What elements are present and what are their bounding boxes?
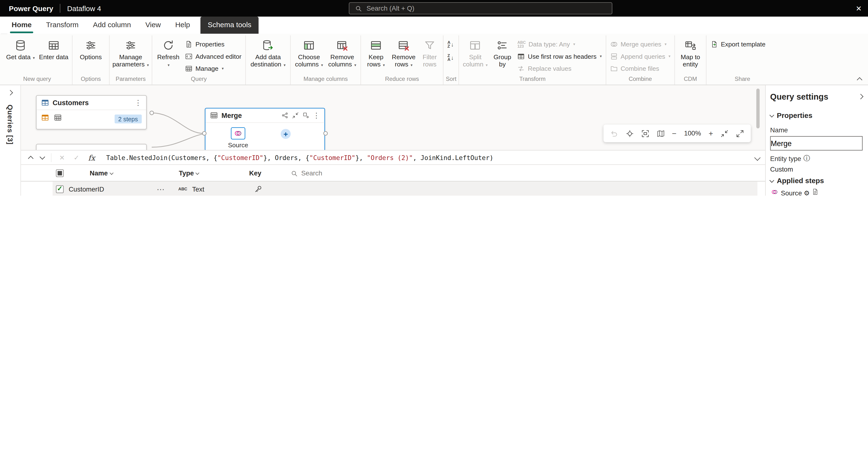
column-header-type[interactable]: Type xyxy=(179,165,199,182)
column-header-key[interactable]: Key xyxy=(249,165,261,182)
manage-button[interactable]: Manage ▾ xyxy=(183,64,243,73)
cancel-formula-icon[interactable]: ✕ xyxy=(59,154,65,161)
tab-help[interactable]: Help xyxy=(168,17,197,34)
tab-schema-tools[interactable]: Schema tools xyxy=(200,17,258,34)
replace-values-button[interactable]: Replace values xyxy=(516,64,603,73)
split-column-button[interactable]: Split column ▾ xyxy=(461,37,489,70)
combine-files-button[interactable]: Combine files xyxy=(609,64,672,73)
tab-view[interactable]: View xyxy=(138,17,168,34)
tab-home[interactable]: Home xyxy=(4,17,39,34)
tab-add-column[interactable]: Add column xyxy=(86,17,138,34)
minimap-icon[interactable] xyxy=(656,129,664,137)
remove-rows-button[interactable]: Remove rows ▾ xyxy=(390,37,417,70)
table-icon xyxy=(48,39,60,52)
database-icon xyxy=(14,39,27,52)
commit-formula-icon[interactable]: ✓ xyxy=(74,154,79,161)
group-caption: Reduce rows xyxy=(363,74,441,84)
query-node-partial[interactable] xyxy=(36,144,147,150)
table-row[interactable]: CustomerID ⋯ ABC Text xyxy=(53,182,757,196)
share-flow-icon[interactable] xyxy=(281,111,288,119)
steps-count-badge[interactable]: 2 steps xyxy=(114,115,142,124)
append-queries-button[interactable]: Append queries ▾ xyxy=(609,52,672,61)
center-column: Customers ⋮ 2 steps Merge xyxy=(21,85,765,196)
sort-descending-button[interactable]: ZA ↓ xyxy=(446,53,455,62)
global-search-input[interactable] xyxy=(367,4,606,12)
properties-button[interactable]: Properties xyxy=(183,39,243,49)
properties-icon xyxy=(185,40,193,48)
applied-steps-section-header[interactable]: Applied steps xyxy=(770,173,863,188)
kebab-menu-icon[interactable]: ⋮ xyxy=(134,99,142,106)
info-icon[interactable]: ⓘ xyxy=(803,154,810,163)
source-step-chip[interactable] xyxy=(231,127,245,139)
row-ellipsis[interactable]: ⋯ xyxy=(157,182,164,196)
add-data-destination-button[interactable]: Add data destination ▾ xyxy=(248,37,288,70)
merge-icon xyxy=(610,40,618,48)
data-type-icon: ABC123 xyxy=(518,40,526,48)
map-to-entity-button[interactable]: Map to entity xyxy=(677,37,704,69)
grid-search[interactable] xyxy=(290,165,362,182)
document-name: Dataflow 4 xyxy=(67,4,101,12)
query-node-merge[interactable]: Merge ⋮ Source + xyxy=(205,108,325,150)
add-step-button[interactable]: + xyxy=(281,129,290,139)
fit-to-screen-icon[interactable] xyxy=(641,129,649,137)
options-button[interactable]: Options xyxy=(75,37,107,62)
expand-all-icon[interactable] xyxy=(736,129,744,137)
sort-za-icon: ZA xyxy=(447,54,450,62)
refresh-button[interactable]: Refresh ▾ xyxy=(155,37,182,69)
use-first-row-button[interactable]: Use first row as headers ▾ xyxy=(516,52,603,61)
queries-pane-title[interactable]: Queries [3] xyxy=(6,105,14,144)
keep-rows-button[interactable]: Keep rows ▾ xyxy=(363,37,389,70)
table-icon xyxy=(210,111,218,119)
properties-section-header[interactable]: Properties xyxy=(770,108,863,123)
previous-step-icon[interactable] xyxy=(28,156,33,161)
kebab-menu-icon[interactable]: ⋮ xyxy=(313,111,320,119)
formula-input[interactable]: Table.NestedJoin(Customers, {"CustomerID… xyxy=(103,154,765,161)
step-settings-gear-icon[interactable]: ⚙ xyxy=(804,189,810,196)
step-script-icon[interactable] xyxy=(812,188,819,195)
ribbon-collapse-icon[interactable] xyxy=(858,76,863,81)
enter-data-button[interactable]: Enter data xyxy=(37,37,70,62)
applied-step-source[interactable]: Source ⚙ xyxy=(770,188,863,196)
diagram-canvas[interactable]: Customers ⋮ 2 steps Merge xyxy=(21,85,765,150)
sort-ascending-button[interactable]: AZ ↓ xyxy=(446,39,455,49)
ribbon-group-query: Refresh ▾ Properties Advanced editor Man… xyxy=(152,35,246,85)
remove-columns-button[interactable]: Remove columns ▾ xyxy=(326,37,358,70)
collapse-node-icon[interactable] xyxy=(292,111,299,119)
row-checkbox[interactable] xyxy=(56,185,64,193)
center-view-icon[interactable] xyxy=(625,129,634,137)
choose-columns-button[interactable]: Choose columns ▾ xyxy=(293,37,325,70)
advanced-editor-button[interactable]: Advanced editor xyxy=(183,52,243,61)
power-query-app: Power Query Dataflow 4 ✕ Home Transform … xyxy=(0,0,868,196)
undo-icon[interactable] xyxy=(610,129,618,137)
manage-parameters-button[interactable]: Manage parameters ▾ xyxy=(112,37,149,70)
tab-transform[interactable]: Transform xyxy=(39,17,86,34)
query-name-input[interactable] xyxy=(770,136,863,151)
app-name: Power Query xyxy=(9,4,53,12)
grid-header: Name Type Key xyxy=(21,165,765,182)
zoom-level[interactable]: 100% xyxy=(684,129,702,137)
grid-search-input[interactable] xyxy=(301,169,362,177)
related-queries-icon[interactable] xyxy=(302,111,310,119)
collapse-all-icon[interactable] xyxy=(720,129,728,137)
export-template-button[interactable]: Export template xyxy=(709,39,776,49)
group-caption: Query xyxy=(155,74,243,84)
query-node-customers[interactable]: Customers ⋮ 2 steps xyxy=(36,95,147,130)
close-icon[interactable]: ✕ xyxy=(849,0,868,17)
next-step-icon[interactable] xyxy=(40,154,45,159)
data-type-button[interactable]: ABC123 Data type: Any ▾ xyxy=(516,39,603,49)
canvas-scrollbar[interactable] xyxy=(756,89,760,129)
group-by-button[interactable]: Group by xyxy=(490,37,515,69)
table-icon xyxy=(41,98,49,106)
zoom-in-icon[interactable]: + xyxy=(709,129,713,137)
filter-rows-button[interactable]: Filter rows xyxy=(419,37,441,69)
column-header-name[interactable]: Name xyxy=(90,165,113,182)
get-data-button[interactable]: Get data ▾ xyxy=(4,37,36,63)
collapse-panel-icon[interactable] xyxy=(858,94,863,99)
merge-queries-button[interactable]: Merge queries ▾ xyxy=(609,39,672,49)
step-label: Source xyxy=(216,142,260,149)
expand-queries-icon[interactable] xyxy=(7,90,13,96)
zoom-out-icon[interactable]: − xyxy=(672,129,677,137)
global-search[interactable] xyxy=(349,2,613,14)
select-all-checkbox[interactable] xyxy=(56,169,64,177)
split-column-icon xyxy=(469,39,482,52)
